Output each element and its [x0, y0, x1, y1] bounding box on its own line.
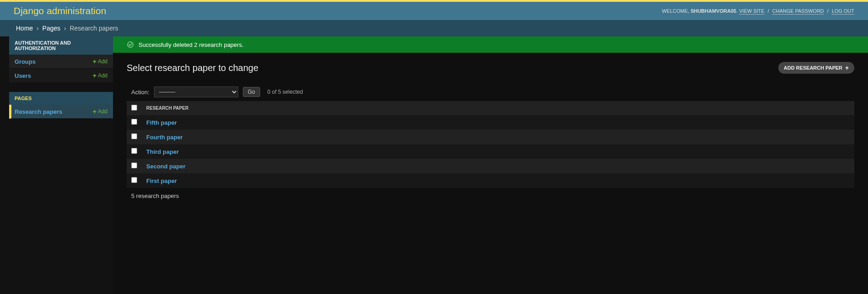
section-caption-auth[interactable]: AUTHENTICATION AND AUTHORIZATION	[9, 36, 113, 55]
select-all-header	[127, 101, 142, 115]
content: Successfully deleted 2 research papers. …	[113, 36, 868, 294]
row-checkbox[interactable]	[131, 148, 137, 154]
username: SHUBHAMVORA05	[691, 8, 736, 14]
sidebar-item-groups: Groups +Add	[9, 55, 113, 69]
plus-icon: +	[92, 72, 96, 79]
svg-point-0	[128, 42, 133, 47]
success-message: Successfully deleted 2 research papers.	[113, 36, 868, 53]
sidebar-item-research-papers: Research papers +Add	[9, 105, 113, 119]
breadcrumb-current: Research papers	[70, 25, 118, 32]
column-header-research-paper[interactable]: RESEARCH PAPER	[142, 101, 854, 115]
row-link[interactable]: Fifth paper	[146, 119, 177, 126]
add-research-paper-button[interactable]: ADD RESEARCH PAPER +	[778, 62, 854, 74]
add-user-link[interactable]: +Add	[92, 72, 108, 79]
row-link[interactable]: Second paper	[146, 163, 185, 170]
row-checkbox[interactable]	[131, 133, 137, 139]
row-link[interactable]: First paper	[146, 177, 177, 184]
add-research-paper-link[interactable]: +Add	[92, 108, 108, 115]
plus-icon: +	[92, 108, 96, 115]
breadcrumb-separator: ›	[64, 25, 66, 32]
separator: /	[768, 8, 769, 14]
check-icon	[127, 41, 134, 48]
selection-counter: 0 of 5 selected	[267, 89, 303, 95]
sidebar-section-pages: PAGES Research papers +Add	[9, 92, 113, 119]
sidebar: AUTHENTICATION AND AUTHORIZATION Groups …	[0, 36, 113, 294]
add-group-link[interactable]: +Add	[92, 58, 108, 65]
row-checkbox[interactable]	[131, 162, 137, 168]
breadcrumbs: Home › Pages › Research papers	[0, 20, 868, 36]
users-link[interactable]: Users	[15, 72, 31, 79]
actions-bar: Action: ——— Go 0 of 5 selected	[127, 83, 854, 101]
row-link[interactable]: Third paper	[146, 148, 179, 155]
research-papers-link[interactable]: Research papers	[15, 108, 62, 115]
breadcrumb-pages[interactable]: Pages	[42, 25, 61, 32]
table-row: Second paper	[127, 159, 854, 173]
header: Django administration WELCOME, SHUBHAMVO…	[0, 2, 868, 20]
sidebar-item-users: Users +Add	[9, 69, 113, 83]
table-row: Fifth paper	[127, 115, 854, 130]
row-checkbox[interactable]	[131, 119, 137, 125]
table-row: First paper	[127, 173, 854, 188]
plus-icon: +	[845, 64, 849, 71]
log-out-link[interactable]: LOG OUT	[832, 8, 854, 15]
site-title[interactable]: Django administration	[14, 5, 106, 16]
paginator: 5 research papers	[127, 188, 854, 204]
groups-link[interactable]: Groups	[15, 58, 36, 65]
separator: /	[827, 8, 828, 14]
user-tools: WELCOME, SHUBHAMVORA05. VIEW SITE / CHAN…	[662, 8, 854, 14]
row-link[interactable]: Fourth paper	[146, 134, 183, 141]
select-all-checkbox[interactable]	[131, 105, 137, 111]
sidebar-section-auth: AUTHENTICATION AND AUTHORIZATION Groups …	[9, 36, 113, 83]
go-button[interactable]: Go	[243, 87, 260, 97]
row-checkbox[interactable]	[131, 177, 137, 183]
breadcrumb-separator: ›	[36, 25, 39, 32]
table-row: Fourth paper	[127, 130, 854, 144]
breadcrumb-home[interactable]: Home	[16, 25, 33, 32]
welcome-text: WELCOME,	[662, 8, 689, 14]
plus-icon: +	[92, 58, 96, 65]
change-password-link[interactable]: CHANGE PASSWORD	[772, 8, 824, 15]
message-text: Successfully deleted 2 research papers.	[139, 41, 244, 48]
table-row: Third paper	[127, 144, 854, 159]
view-site-link[interactable]: VIEW SITE	[739, 8, 765, 15]
action-label: Action:	[131, 89, 149, 96]
results-table: RESEARCH PAPER Fifth paper Fourth paper …	[127, 101, 854, 188]
action-select[interactable]: ———	[154, 86, 238, 97]
section-caption-pages[interactable]: PAGES	[9, 92, 113, 105]
page-title: Select research paper to change	[127, 63, 258, 73]
